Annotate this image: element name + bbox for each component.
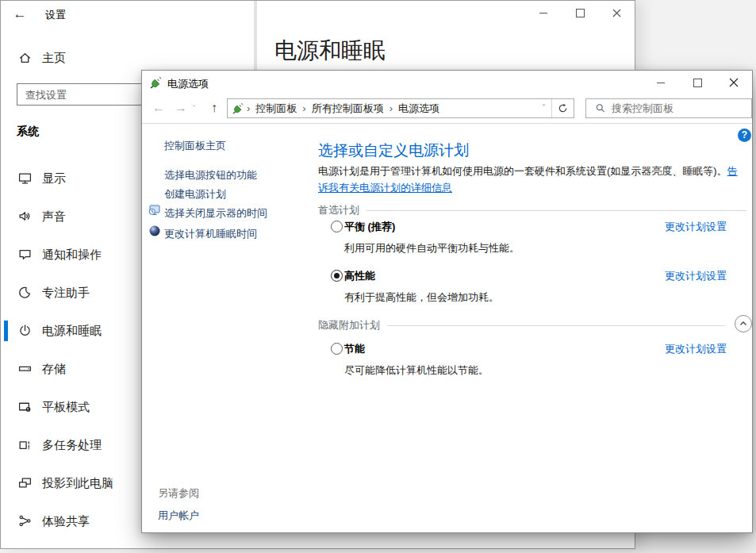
- control-panel-home-link[interactable]: 控制面板主页: [164, 139, 226, 153]
- radio-high-performance[interactable]: [331, 270, 343, 282]
- plan-name-balanced[interactable]: 平衡 (推荐): [344, 220, 395, 234]
- refresh-icon: [558, 103, 568, 113]
- change-plan-settings-link[interactable]: 更改计划设置: [665, 220, 727, 234]
- sidebar-item-label: 通知和操作: [42, 239, 102, 271]
- sidebar-item-label: 电源和睡眠: [42, 315, 102, 347]
- display-clock-icon: [148, 204, 161, 217]
- sidebar-scrollbar[interactable]: [254, 1, 257, 71]
- maximize-icon: [576, 9, 585, 17]
- close-button[interactable]: [598, 1, 635, 25]
- user-accounts-link[interactable]: 用户帐户: [158, 509, 199, 523]
- cp-titlebar[interactable]: 电源选项: [142, 71, 752, 94]
- maximize-icon: [693, 79, 702, 87]
- radio-balanced[interactable]: [331, 221, 343, 232]
- moon-icon: [18, 286, 32, 299]
- task-display-off-link[interactable]: 选择关闭显示器的时间: [164, 206, 267, 221]
- plan-desc-balanced: 利用可用的硬件自动平衡功耗与性能。: [344, 241, 520, 255]
- task-power-buttons-link[interactable]: 选择电源按钮的功能: [164, 168, 257, 182]
- forward-button[interactable]: →: [171, 98, 191, 118]
- minimize-button[interactable]: [525, 1, 562, 25]
- intro-text: 电源计划是用于管理计算机如何使用电源的一套硬件和系统设置(如显示器亮度、睡眠等)…: [318, 163, 744, 196]
- home-icon: [18, 51, 32, 64]
- sidebar-item-label: 声音: [42, 201, 66, 232]
- display-icon: [18, 171, 32, 185]
- maximize-button[interactable]: [562, 1, 598, 25]
- cp-caption-buttons: [643, 71, 752, 94]
- task-sleep-time-link[interactable]: 更改计算机睡眠时间: [164, 227, 257, 241]
- sidebar-item-label: 显示: [42, 163, 66, 194]
- sleep-sphere-icon: [148, 225, 161, 237]
- cp-search-box[interactable]: [585, 98, 752, 118]
- page-title: 选择或自定义电源计划: [318, 140, 469, 161]
- settings-window-title: 设置: [45, 8, 66, 22]
- breadcrumb-separator-icon: ›: [387, 102, 395, 114]
- collapse-plans-button[interactable]: [735, 315, 752, 332]
- sidebar-item-label: 专注助手: [42, 277, 90, 309]
- change-plan-settings-link[interactable]: 更改计划设置: [665, 269, 727, 283]
- projecting-icon: [18, 476, 32, 490]
- refresh-button[interactable]: [552, 103, 574, 113]
- group-separator-line: [387, 325, 725, 326]
- hidden-plans-group: 隐藏附加计划: [318, 318, 725, 332]
- sidebar-item-label: 体验共享: [42, 505, 90, 537]
- cp-toolbar: ← → ˇ ↑ › 控制面板 › 所有控制面板项 › 电源选项 ˇ: [142, 94, 752, 124]
- sidebar-item-label: 存储: [42, 353, 66, 385]
- help-button[interactable]: ?: [738, 129, 751, 142]
- change-plan-settings-link[interactable]: 更改计划设置: [665, 342, 727, 356]
- storage-icon: [18, 362, 32, 375]
- group-label: 首选计划: [318, 203, 359, 217]
- power-options-window: 电源选项 ← → ˇ ↑ › 控制面板 › 所有控制面板项: [141, 70, 753, 533]
- breadcrumb-separator-icon: ›: [300, 102, 308, 114]
- up-button[interactable]: ↑: [204, 98, 224, 118]
- breadcrumb-separator-icon: ›: [244, 102, 252, 114]
- address-bar[interactable]: › 控制面板 › 所有控制面板项 › 电源选项 ˇ: [227, 98, 574, 118]
- task-create-plan-link[interactable]: 创建电源计划: [164, 187, 226, 202]
- close-button[interactable]: [716, 71, 752, 94]
- chevron-up-icon: [739, 319, 748, 328]
- group-label: 隐藏附加计划: [318, 318, 380, 332]
- recent-pages-chevron-icon[interactable]: ˇ: [193, 105, 199, 111]
- group-separator-line: [366, 210, 746, 211]
- minimize-icon: [539, 13, 547, 13]
- plan-desc-power-saver: 尽可能降低计算机性能以节能。: [344, 363, 489, 378]
- power-plug-icon: [232, 102, 244, 114]
- sound-icon: [18, 209, 32, 223]
- maximize-button[interactable]: [679, 71, 716, 94]
- plan-name-power-saver[interactable]: 节能: [344, 342, 365, 356]
- plan-desc-high-performance: 有利于提高性能，但会增加功耗。: [344, 290, 499, 305]
- share-icon: [18, 514, 32, 528]
- back-button[interactable]: ←: [148, 98, 169, 118]
- see-also-heading: 另请参阅: [158, 486, 199, 501]
- settings-page-title: 电源和睡眠: [274, 36, 386, 66]
- power-plug-icon: [150, 76, 163, 91]
- minimize-button[interactable]: [643, 71, 679, 94]
- sidebar-item-label: 投影到此电脑: [42, 467, 113, 499]
- radio-power-saver[interactable]: [331, 343, 343, 355]
- sidebar-item-label: 平板模式: [42, 391, 90, 423]
- notifications-icon: [18, 248, 32, 261]
- breadcrumb-control-panel[interactable]: 控制面板: [252, 102, 300, 116]
- back-arrow-icon[interactable]: ←: [10, 5, 29, 24]
- tablet-icon: [18, 400, 32, 413]
- breadcrumb-all-items[interactable]: 所有控制面板项: [309, 102, 387, 116]
- power-icon: [18, 324, 32, 337]
- breadcrumb-power-options[interactable]: 电源选项: [395, 102, 443, 116]
- close-icon: [612, 9, 621, 17]
- address-dropdown-chevron-icon[interactable]: ˇ: [536, 104, 551, 113]
- cp-search-input[interactable]: [612, 102, 751, 114]
- cp-window-title: 电源选项: [167, 77, 209, 91]
- settings-section-heading: 系统: [17, 125, 39, 139]
- intro-body: 电源计划是用于管理计算机如何使用电源的一套硬件和系统设置(如显示器亮度、睡眠等)…: [318, 165, 727, 177]
- plan-name-high-performance[interactable]: 高性能: [344, 269, 375, 283]
- sidebar-item-label: 多任务处理: [42, 429, 102, 461]
- multitasking-icon: [18, 438, 32, 451]
- close-icon: [729, 78, 739, 87]
- search-icon: [596, 103, 605, 113]
- settings-caption-buttons: [525, 1, 635, 25]
- minimize-icon: [657, 83, 665, 83]
- preferred-plans-group: 首选计划: [318, 203, 746, 217]
- sidebar-item-home[interactable]: 主页: [1, 42, 255, 74]
- home-label: 主页: [42, 42, 66, 74]
